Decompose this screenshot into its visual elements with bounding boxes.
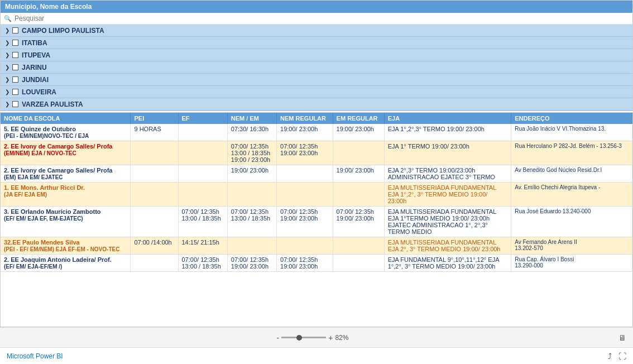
nem-reg-cell (277, 183, 333, 207)
em-reg-cell (333, 183, 384, 207)
school-name-cell: 32.EE Paulo Mendes Silva (PEI - EF/ EM/N… (1, 237, 131, 255)
school-name-line1: 2. EE Joaquim Antonio Ladeira/ Prof. (4, 256, 112, 263)
table-row: 1. EE Mons. Arthur Ricci Dr. (JA EF/ EJA… (1, 183, 632, 207)
em-reg-cell: 19:00/ 23:00h (333, 165, 384, 183)
nem-reg-cell: 07:00/ 12:35h19:00/ 23:00h (277, 207, 333, 237)
endereco-cell: Av Fernando Are Arens II13.202-570 (511, 237, 632, 255)
school-name-line1: 32.EE Paulo Mendes Silva (4, 239, 80, 246)
chevron-icon: ❯ (5, 89, 9, 95)
filter-checkbox[interactable] (12, 76, 18, 83)
search-bar[interactable]: 🔍 (1, 13, 632, 25)
table-row: 2. EE Joaquim Antonio Ladeira/ Prof. (EF… (1, 255, 632, 272)
ef-cell (178, 124, 227, 141)
nem-em-cell: 07:00/ 12:35h13:00 / 18:35h19:00 / 23:00… (227, 141, 276, 165)
ef-cell: 14:15/ 21:15h (178, 237, 227, 255)
school-name-cell: 5. EE Quinze de Outubro (PEI - EM/NEM)NO… (1, 124, 131, 141)
eja-cell: EJA 1° TERMO 19:00/ 23:00h (384, 141, 511, 165)
filter-item-label: ITUPEVA (22, 51, 50, 59)
zoom-control: - + 82% (277, 333, 349, 342)
filter-item-label: CAMPO LIMPO PAULISTA (22, 27, 104, 35)
filter-item-label: ITATIBA (22, 39, 47, 47)
eja-cell: EJA MULTISSERIADA FUNDAMENTALEJA 2°, 3° … (384, 237, 511, 255)
filter-item[interactable]: ❯ JARINU (1, 61, 632, 74)
table-container[interactable]: NOME DA ESCOLAPEIEFNEM / EMNEM REGULAREM… (0, 112, 633, 327)
table-column-header: NEM / EM (227, 113, 276, 124)
search-input[interactable] (15, 15, 629, 22)
school-name-line2: (PEI - EF/ EM/NEM) EJA EF-EM - NOVO-TEC (4, 246, 119, 252)
ef-cell (178, 165, 227, 183)
endereco-cell: Av Benedito God Núcleo Resid.Dr.I (511, 165, 632, 183)
chevron-icon: ❯ (5, 52, 9, 58)
filter-items: ❯ CAMPO LIMPO PAULISTA ❯ ITATIBA ❯ ITUPE… (1, 25, 632, 111)
table-column-header: NEM REGULAR (277, 113, 333, 124)
zoom-plus[interactable]: + (328, 333, 333, 342)
filter-checkbox[interactable] (12, 52, 18, 58)
filter-checkbox[interactable] (12, 27, 18, 33)
table-row: 3. EE Orlando Maurício Zambotto (EF/ EM/… (1, 207, 632, 237)
filter-item[interactable]: ❯ VARZEA PAULISTA (1, 98, 632, 111)
filter-item[interactable]: ❯ ITATIBA (1, 37, 632, 49)
table-column-header: PEI (131, 113, 178, 124)
table-header-row: NOME DA ESCOLAPEIEFNEM / EMNEM REGULAREM… (1, 113, 632, 124)
table-row: 32.EE Paulo Mendes Silva (PEI - EF/ EM/N… (1, 237, 632, 255)
filter-item[interactable]: ❯ LOUVEIRA (1, 86, 632, 98)
filter-header-label: Município, Nome da Escola (5, 3, 92, 11)
school-name-line2: (EM/NEM) EJA / NOVO-TEC (4, 150, 76, 156)
powerbi-link[interactable]: Microsoft Power BI (7, 352, 63, 360)
pei-cell (131, 165, 178, 183)
filter-checkbox[interactable] (12, 64, 18, 70)
chevron-icon: ❯ (5, 40, 9, 46)
eja-cell: EJA 2°,3° TERMO 19:00/23:00hADMINISTRACA… (384, 165, 511, 183)
school-name-cell: 2. EE Ivony de Camargo Salles/ Profa (EM… (1, 141, 131, 165)
school-name-line1: 2. EE Ivony de Camargo Salles/ Profa (4, 167, 112, 174)
school-name-cell: 2. EE Ivony de Camargo Salles/ Profa (EM… (1, 165, 131, 183)
em-reg-cell (333, 255, 384, 272)
nem-reg-cell: 19:00/ 23:00h (277, 124, 333, 141)
filter-panel: Município, Nome da Escola 🔍 ❯ CAMPO LIMP… (0, 0, 633, 111)
nem-em-cell: 07:00/ 12:35h13:00 / 18:35h (227, 207, 276, 237)
eja-cell: EJA 1°,2°,3° TERMO 19:00/ 23:00h (384, 124, 511, 141)
filter-checkbox[interactable] (12, 89, 18, 95)
filter-header: Município, Nome da Escola (1, 1, 632, 13)
nem-em-cell (227, 237, 276, 255)
eja-cell: EJA FUNDAMENTAL 9°,10°,11°,12° EJA1°,2°,… (384, 255, 511, 272)
nem-em-cell (227, 183, 276, 207)
nem-reg-cell: 07:00/ 12:35h19:00/ 23:00h (277, 255, 333, 272)
share-icon[interactable]: ⤴ (608, 352, 612, 361)
chevron-icon: ❯ (5, 76, 9, 83)
pei-cell (131, 207, 178, 237)
table-column-header: NOME DA ESCOLA (1, 113, 131, 124)
table-column-header: EJA (384, 113, 511, 124)
filter-item-label: JARINU (22, 64, 47, 71)
table-column-header: EM REGULAR (333, 113, 384, 124)
filter-item-label: JUNDIAI (22, 76, 49, 84)
school-name-line2: (EF/ EM/ EJA-EF/EM /) (4, 264, 62, 270)
pei-cell: 9 HORAS (131, 124, 178, 141)
filter-item[interactable]: ❯ ITUPEVA (1, 49, 632, 61)
chevron-icon: ❯ (5, 101, 9, 107)
zoom-slider[interactable] (281, 337, 326, 338)
nem-em-cell: 07:00/ 12:35h19:00/ 23:00h (227, 255, 276, 272)
ef-cell: 07:00/ 12:35h13:00 / 18:35h (178, 255, 227, 272)
school-name-line2: (EF/ EM/ EJA EF, EM-EJATEC) (4, 215, 83, 222)
ef-cell (178, 183, 227, 207)
nem-reg-cell (277, 165, 333, 183)
school-name-line2: (JA EF/ EJA EM) (4, 191, 47, 198)
school-name-line1: 2. EE Ivony de Camargo Salles/ Profa (4, 143, 112, 150)
table-body: 5. EE Quinze de Outubro (PEI - EM/NEM)NO… (1, 124, 632, 272)
filter-checkbox[interactable] (12, 40, 18, 46)
search-icon: 🔍 (4, 15, 12, 22)
monitor-icon: 🖥 (618, 333, 626, 342)
filter-item[interactable]: ❯ CAMPO LIMPO PAULISTA (1, 25, 632, 37)
filter-item-label: VARZEA PAULISTA (22, 100, 83, 108)
zoom-percentage: 82% (335, 334, 348, 342)
pei-cell (131, 183, 178, 207)
expand-icon[interactable]: ⛶ (618, 352, 626, 361)
zoom-minus[interactable]: - (277, 333, 280, 342)
pei-cell: 07:00 /14:00h (131, 237, 178, 255)
filter-checkbox[interactable] (12, 101, 18, 107)
endereco-cell: Rua Herculano P 282-Jd. Belém - 13.256-3 (511, 141, 632, 165)
table-row: 2. EE Ivony de Camargo Salles/ Profa (EM… (1, 165, 632, 183)
filter-item[interactable]: ❯ JUNDIAI (1, 74, 632, 86)
ef-cell (178, 141, 227, 165)
